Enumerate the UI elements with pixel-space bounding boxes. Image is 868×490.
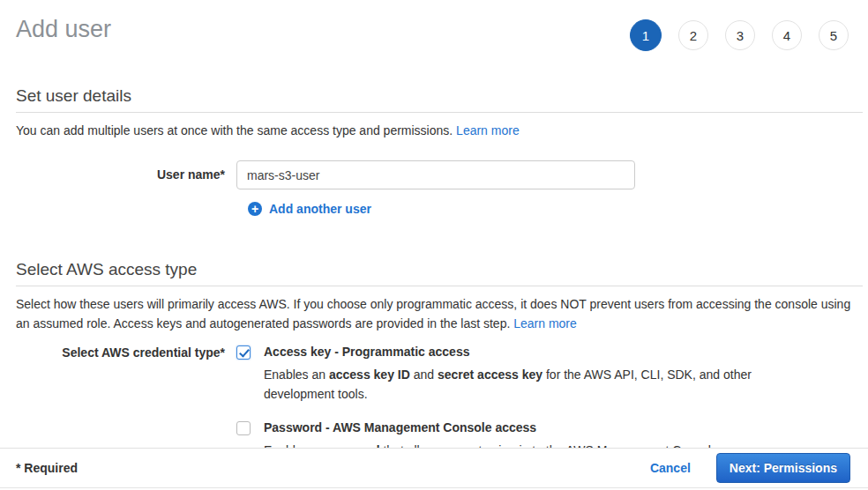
select-access-type-heading-wrap: Select AWS access type [16, 259, 863, 286]
password-checkbox[interactable] [236, 421, 251, 435]
wizard-step-1: 1 [630, 19, 662, 51]
username-input[interactable] [236, 160, 635, 189]
credential-type-label: Select AWS credential type* [16, 345, 236, 460]
set-user-details-heading: Set user details [16, 85, 863, 106]
add-another-user-row[interactable]: + Add another user [248, 202, 863, 216]
wizard-footer: * Required Cancel Next: Permissions [0, 448, 868, 488]
learn-more-link-user-details[interactable]: Learn more [456, 123, 520, 137]
select-access-type-heading: Select AWS access type [16, 259, 863, 279]
user-details-description: You can add multiple users at once with … [16, 121, 863, 140]
username-label: User name* [16, 160, 236, 189]
access-key-option: Access key - Programmatic access Enables… [236, 345, 758, 404]
access-type-description-text: Select how these users will primarily ac… [16, 297, 850, 330]
access-type-description: Select how these users will primarily ac… [16, 294, 863, 333]
learn-more-link-access-type[interactable]: Learn more [513, 316, 577, 330]
access-key-desc-part: Enables an [264, 368, 329, 382]
access-key-option-description: Enables an access key ID and secret acce… [264, 365, 758, 404]
set-user-details-section: Set user details You can add multiple us… [0, 85, 868, 216]
access-key-checkbox[interactable] [236, 345, 251, 360]
footer-actions: Cancel Next: Permissions [650, 453, 850, 483]
next-permissions-button[interactable]: Next: Permissions [716, 453, 850, 483]
access-key-option-title: Access key - Programmatic access [264, 345, 758, 359]
access-key-desc-part: and [410, 368, 438, 382]
wizard-step-5: 5 [819, 20, 849, 50]
set-user-details-heading-wrap: Set user details [16, 85, 863, 113]
required-note: * Required [16, 461, 78, 475]
page-title: Add user [16, 14, 111, 44]
credential-type-row: Select AWS credential type* Access key -… [16, 345, 863, 460]
wizard-step-4: 4 [772, 20, 802, 50]
plus-circle-icon: + [248, 202, 262, 216]
access-key-desc-bold: access key ID [329, 368, 410, 382]
credential-options: Access key - Programmatic access Enables… [236, 345, 758, 460]
password-option-title: Password - AWS Management Console access [264, 420, 722, 434]
access-key-option-body: Access key - Programmatic access Enables… [264, 345, 758, 404]
add-another-user-link[interactable]: Add another user [269, 202, 371, 216]
access-key-desc-bold: secret access key [438, 368, 542, 382]
username-row: User name* [16, 160, 863, 189]
cancel-button[interactable]: Cancel [650, 461, 691, 475]
select-access-type-section: Select AWS access type Select how these … [0, 259, 868, 460]
wizard-step-2: 2 [678, 20, 708, 50]
wizard-step-3: 3 [725, 20, 755, 50]
wizard-steps: 1 2 3 4 5 [630, 14, 849, 51]
user-details-description-text: You can add multiple users at once with … [16, 123, 456, 137]
page-header: Add user 1 2 3 4 5 [0, 0, 868, 51]
